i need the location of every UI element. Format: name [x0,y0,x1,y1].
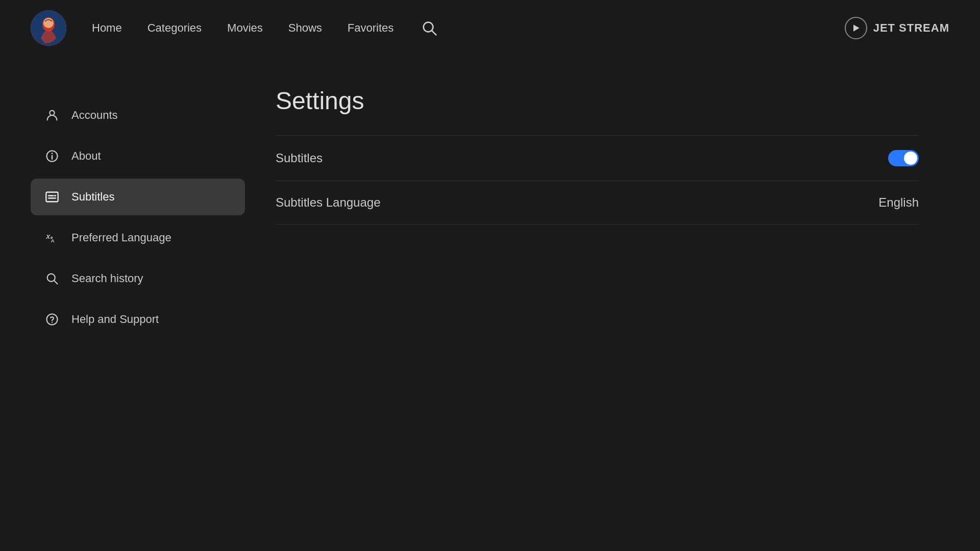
subtitles-row: Subtitles [276,135,919,181]
svg-text:A: A [51,238,55,243]
svg-rect-10 [46,192,58,202]
svg-marker-5 [853,24,860,31]
sidebar-item-preferred-language[interactable]: Xₐ A Preferred Language [31,219,245,256]
nav: Home Categories Movies Shows Favorites [92,18,845,38]
subtitles-language-row[interactable]: Subtitles Language English [276,181,919,224]
sidebar-item-about[interactable]: About [31,138,245,174]
sidebar-item-help-support-label: Help and Support [71,313,159,326]
sidebar-item-accounts[interactable]: Accounts [31,97,245,134]
nav-shows[interactable]: Shows [288,21,322,35]
sidebar: Accounts About Subtitles Xₐ [31,87,245,551]
brand-logo: JET STREAM [845,17,949,39]
subtitles-toggle[interactable] [888,150,919,166]
svg-point-18 [47,314,58,325]
settings-title: Settings [276,87,919,115]
sidebar-item-subtitles-label: Subtitles [71,190,114,204]
svg-line-4 [432,31,436,35]
sidebar-item-accounts-label: Accounts [71,109,118,122]
toggle-knob [904,152,917,165]
nav-movies[interactable]: Movies [227,21,263,35]
header: Home Categories Movies Shows Favorites J… [0,0,980,56]
sidebar-item-preferred-language-label: Preferred Language [71,231,172,244]
settings-content: Settings Subtitles Subtitles Language En… [245,87,949,551]
sidebar-item-about-label: About [71,149,101,163]
sidebar-item-search-history-label: Search history [71,272,143,285]
svg-line-17 [54,281,57,284]
subtitles-row-label: Subtitles [276,151,323,165]
subtitles-language-value: English [878,195,919,210]
nav-home[interactable]: Home [92,21,122,35]
sidebar-item-help-support[interactable]: Help and Support [31,301,245,338]
brand-play-icon [845,17,867,39]
search-icon[interactable] [419,18,439,38]
nav-categories[interactable]: Categories [148,21,202,35]
svg-point-19 [52,322,53,323]
logo-avatar[interactable] [31,10,66,46]
nav-favorites[interactable]: Favorites [348,21,394,35]
sidebar-item-subtitles[interactable]: Subtitles [31,179,245,215]
subtitles-language-label: Subtitles Language [276,195,381,210]
svg-point-6 [50,111,54,115]
brand-name: JET STREAM [873,21,949,35]
main-content: Accounts About Subtitles Xₐ [0,56,980,551]
settings-section: Subtitles Subtitles Language English [276,135,919,224]
sidebar-item-search-history[interactable]: Search history [31,260,245,297]
svg-point-9 [52,153,53,154]
